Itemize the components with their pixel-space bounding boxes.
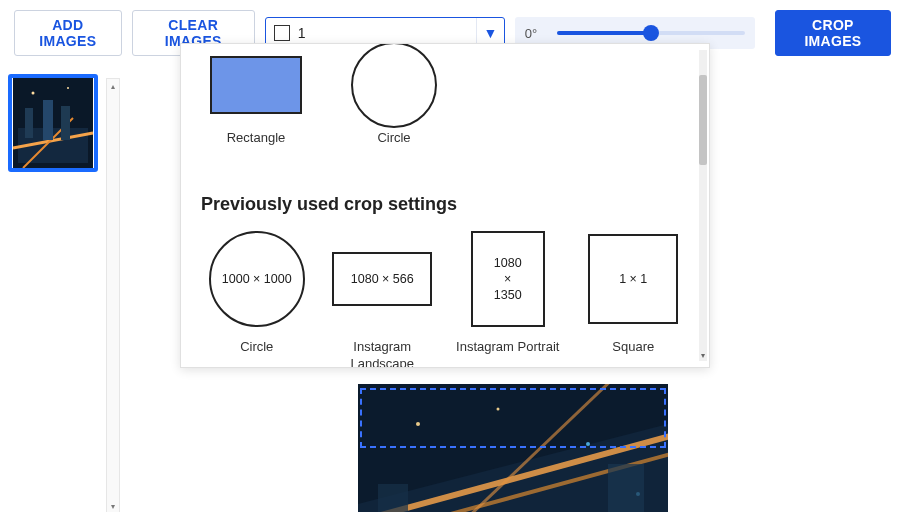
svg-rect-5 bbox=[43, 100, 53, 140]
svg-point-14 bbox=[416, 422, 420, 426]
svg-rect-6 bbox=[61, 106, 70, 140]
portrait-shape-icon: 1080 × 1350 bbox=[471, 231, 545, 327]
history-item-label: Square bbox=[612, 339, 654, 355]
history-section-title: Previously used crop settings bbox=[201, 194, 689, 215]
svg-rect-18 bbox=[378, 484, 408, 512]
landscape-shape-icon: 1080 × 566 bbox=[332, 252, 432, 306]
sidebar-scrollbar[interactable]: ▴ ▾ bbox=[106, 78, 120, 512]
rectangle-shape-icon bbox=[210, 56, 302, 114]
svg-point-8 bbox=[67, 87, 69, 89]
history-row: 1000 × 1000 Circle 1080 × 566 Instagram … bbox=[201, 229, 689, 368]
scroll-down-icon[interactable]: ▾ bbox=[699, 349, 707, 361]
history-item-label: Circle bbox=[240, 339, 273, 355]
preset-rectangle[interactable]: Rectangle bbox=[201, 50, 311, 146]
slider-fill bbox=[557, 31, 651, 35]
history-item-instagram-landscape[interactable]: 1080 × 566 Instagram Landscape bbox=[327, 229, 439, 368]
scroll-down-icon[interactable]: ▾ bbox=[107, 499, 119, 512]
basic-preset-row: Rectangle Circle bbox=[201, 50, 689, 146]
history-item-label: Instagram Portrait bbox=[456, 339, 559, 355]
preset-label: Circle bbox=[377, 130, 410, 146]
preset-circle[interactable]: Circle bbox=[339, 50, 449, 146]
circle-shape-icon: 1000 × 1000 bbox=[209, 231, 305, 327]
crop-images-button[interactable]: CROP IMAGES bbox=[775, 10, 891, 56]
svg-point-15 bbox=[497, 408, 500, 411]
thumbnail-image bbox=[12, 78, 94, 168]
aspect-shape-preview-icon bbox=[274, 25, 290, 41]
scroll-up-icon[interactable]: ▴ bbox=[107, 79, 119, 93]
svg-rect-19 bbox=[608, 464, 644, 512]
history-item-square[interactable]: 1 × 1 Square bbox=[578, 229, 690, 368]
scrollbar-thumb[interactable] bbox=[699, 75, 707, 165]
aspect-ratio-value: 1 bbox=[298, 25, 476, 41]
svg-point-7 bbox=[32, 92, 35, 95]
preset-label: Rectangle bbox=[227, 130, 286, 146]
slider-track bbox=[557, 31, 745, 35]
history-item-circle[interactable]: 1000 × 1000 Circle bbox=[201, 229, 313, 368]
dropdown-scrollbar[interactable]: ▾ bbox=[699, 50, 707, 361]
slider-thumb[interactable] bbox=[643, 25, 659, 41]
thumbnail-sidebar: ▴ ▾ bbox=[0, 66, 128, 512]
add-images-button[interactable]: ADD IMAGES bbox=[14, 10, 122, 56]
rotation-value: 0° bbox=[525, 26, 547, 41]
aspect-dropdown-panel: Rectangle Circle Previously used crop se… bbox=[180, 43, 710, 368]
square-shape-icon: 1 × 1 bbox=[588, 234, 678, 324]
svg-rect-4 bbox=[25, 108, 33, 138]
history-item-instagram-portrait[interactable]: 1080 × 1350 Instagram Portrait bbox=[452, 229, 564, 368]
history-item-label: Instagram Landscape bbox=[327, 339, 439, 368]
circle-shape-icon bbox=[351, 43, 437, 128]
thumbnail-item[interactable] bbox=[8, 74, 98, 172]
svg-point-16 bbox=[586, 442, 590, 446]
main-image[interactable] bbox=[358, 384, 668, 512]
